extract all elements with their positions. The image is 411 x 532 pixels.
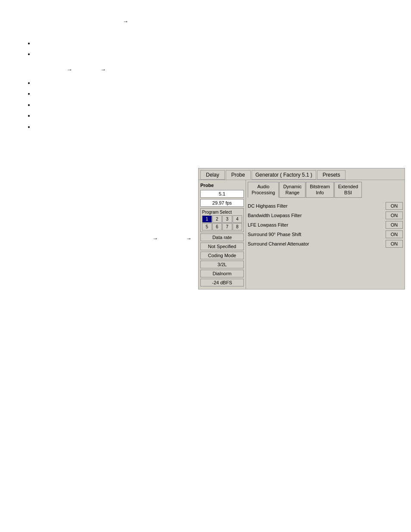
bandwidth-lowpass-btn[interactable]: ON: [386, 212, 403, 219]
top-arrow-line: →: [22, 17, 389, 26]
prog-btn-3[interactable]: 3: [222, 215, 232, 223]
surround-attenuator-row: Surround Channel Attenuator ON: [248, 240, 403, 248]
sub-tabs: AudioProcessing DynamicRange BitstreamIn…: [248, 182, 403, 198]
generator-tab[interactable]: Generator ( Factory 5.1 ): [252, 170, 316, 180]
top-tabs: Delay Probe Generator ( Factory 5.1 ) Pr…: [199, 168, 405, 180]
coding-mode-btn[interactable]: Coding Mode: [200, 252, 244, 259]
bitstream-info-tab[interactable]: BitstreamInfo: [306, 182, 333, 198]
program-select-box: Program Select 1 2 3 4 5 6 7 8: [200, 208, 244, 232]
dialnorm-value-btn[interactable]: -24 dBFS: [200, 279, 244, 286]
second-arrow-1: →: [67, 66, 72, 73]
program-select-label: Program Select: [202, 210, 242, 215]
extended-bsi-tab[interactable]: ExtendedBSI: [334, 182, 362, 198]
probe-format-field: 5.1: [200, 190, 244, 198]
dialnorm-btn[interactable]: Dialnorm: [200, 270, 244, 277]
second-arrow-spacer: [74, 66, 99, 73]
program-grid: 1 2 3 4 5 6 7 8: [202, 215, 242, 230]
lfe-lowpass-row: LFE Lowpass Filter ON: [248, 221, 403, 229]
bottom-arrow-1: →: [152, 235, 158, 242]
not-specified-btn[interactable]: Not Specified: [200, 243, 244, 250]
lfe-lowpass-btn[interactable]: ON: [386, 221, 403, 229]
prog-btn-6[interactable]: 6: [212, 223, 222, 230]
second-arrow-line: → →: [22, 65, 389, 75]
surround-phase-row: Surround 90° Phase Shift ON: [248, 230, 403, 238]
surround-phase-btn[interactable]: ON: [386, 230, 403, 238]
bullet-list-2: [34, 79, 389, 131]
probe-section-label: Probe: [200, 183, 244, 188]
bullet-item: [34, 79, 389, 87]
prog-btn-8[interactable]: 8: [233, 223, 243, 230]
bullet-item: [34, 112, 389, 120]
panel-body: Probe 5.1 29.97 fps Program Select 1 2 3…: [199, 180, 405, 289]
probe-panel: Probe 5.1 29.97 fps Program Select 1 2 3…: [199, 180, 246, 289]
filter-rows: DC Highpass Filter ON Bandwidth Lowpass …: [248, 200, 403, 249]
generator-panel: AudioProcessing DynamicRange BitstreamIn…: [246, 180, 405, 289]
prog-btn-1[interactable]: 1: [202, 215, 212, 223]
dc-highpass-row: DC Highpass Filter ON: [248, 202, 403, 210]
bandwidth-lowpass-label: Bandwidth Lowpass Filter: [248, 213, 386, 218]
bullet-item: [34, 50, 389, 59]
second-arrow-2: →: [100, 66, 106, 73]
surround-attenuator-btn[interactable]: ON: [386, 240, 403, 248]
second-bullet-section: [22, 79, 389, 131]
surround-phase-label: Surround 90° Phase Shift: [248, 232, 386, 237]
audio-processing-tab[interactable]: AudioProcessing: [248, 182, 279, 198]
bandwidth-lowpass-row: Bandwidth Lowpass Filter ON: [248, 212, 403, 219]
delay-tab[interactable]: Delay: [200, 170, 225, 180]
top-arrow-symbol: →: [123, 18, 128, 25]
bullet-item: [34, 123, 389, 131]
bottom-arrow-prefix: [22, 235, 151, 242]
bottom-arrow-spacer: [159, 235, 184, 242]
bullet-list-1: [34, 39, 389, 59]
ui-panel-container: Delay Probe Generator ( Factory 5.1 ) Pr…: [198, 168, 405, 289]
dynamic-range-tab[interactable]: DynamicRange: [279, 182, 305, 198]
page-content: → → →: [0, 0, 411, 261]
surround-attenuator-label: Surround Channel Attenuator: [248, 241, 386, 246]
presets-tab[interactable]: Presets: [317, 170, 346, 180]
prog-btn-2[interactable]: 2: [212, 215, 222, 223]
data-rate-btn[interactable]: Data rate: [200, 233, 244, 241]
prog-btn-4[interactable]: 4: [233, 215, 243, 223]
probe-fps-field: 29.97 fps: [200, 199, 244, 207]
second-arrow-prefix: [22, 66, 65, 73]
probe-tab[interactable]: Probe: [226, 170, 251, 180]
bullet-item: [34, 90, 389, 98]
lfe-lowpass-label: LFE Lowpass Filter: [248, 222, 386, 227]
panel-wrapper: Delay Probe Generator ( Factory 5.1 ) Pr…: [198, 168, 405, 289]
dc-highpass-btn[interactable]: ON: [386, 202, 403, 210]
bullet-item: [34, 39, 389, 48]
bullet-item: [34, 101, 389, 109]
dc-highpass-label: DC Highpass Filter: [248, 203, 386, 208]
top-arrow-text: [22, 18, 121, 25]
prog-btn-5[interactable]: 5: [202, 223, 212, 230]
prog-btn-7[interactable]: 7: [222, 223, 232, 230]
first-bullet-section: [22, 39, 389, 59]
bottom-arrow-2: →: [186, 235, 191, 242]
coding-value-btn[interactable]: 3/2L: [200, 261, 244, 268]
